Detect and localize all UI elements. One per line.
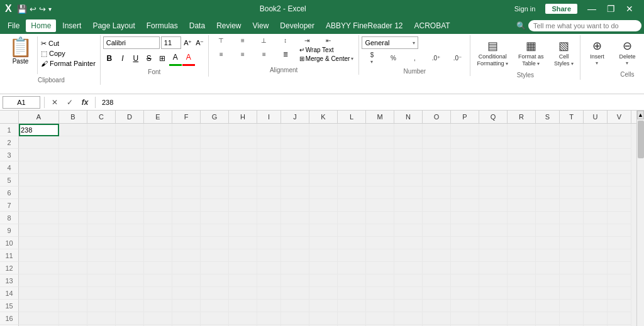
formula-confirm-button[interactable]: ✓: [64, 96, 76, 109]
menu-home[interactable]: Home: [26, 19, 56, 32]
cell-A1[interactable]: 238: [19, 124, 59, 136]
formula-cancel-button[interactable]: ✕: [48, 96, 61, 109]
row-num-12[interactable]: 12: [0, 262, 19, 274]
menu-insert[interactable]: Insert: [57, 19, 86, 32]
paste-button[interactable]: 📋 Paste: [5, 36, 36, 74]
menu-pagelayout[interactable]: Page Layout: [87, 19, 140, 32]
row-num-7[interactable]: 7: [0, 199, 19, 212]
menu-data[interactable]: Data: [184, 19, 210, 32]
cell-H1[interactable]: [229, 124, 257, 136]
row-num-16[interactable]: 16: [0, 312, 19, 325]
col-header-V[interactable]: V: [608, 111, 631, 123]
fill-color-button[interactable]: A: [169, 51, 182, 63]
qa-undo[interactable]: ↩: [30, 4, 36, 14]
cell-S1[interactable]: [536, 124, 560, 136]
cell-reference-box[interactable]: [3, 96, 40, 109]
cell-I1[interactable]: [257, 124, 281, 136]
decrease-indent-button[interactable]: ⇤: [318, 36, 338, 45]
col-header-N[interactable]: N: [394, 111, 423, 123]
col-header-C[interactable]: C: [87, 111, 116, 123]
col-header-L[interactable]: L: [338, 111, 366, 123]
row-num-3[interactable]: 3: [0, 149, 19, 161]
cell-L1[interactable]: [338, 124, 366, 136]
copy-button[interactable]: ⬚ Copy: [39, 49, 97, 58]
align-middle-button[interactable]: ≡: [233, 36, 253, 45]
col-header-H[interactable]: H: [229, 111, 257, 123]
menu-formulas[interactable]: Formulas: [142, 19, 183, 32]
insert-button[interactable]: ⊕ Insert ▾: [583, 36, 611, 68]
align-left-button[interactable]: ≡: [211, 46, 231, 63]
col-header-D[interactable]: D: [116, 111, 144, 123]
comma-button[interactable]: ,: [404, 51, 425, 65]
col-header-R[interactable]: R: [508, 111, 536, 123]
cell-P1[interactable]: [451, 124, 479, 136]
row-num-9[interactable]: 9: [0, 224, 19, 237]
cell-U1[interactable]: [584, 124, 608, 136]
bold-button[interactable]: B: [103, 52, 116, 65]
cell-E1[interactable]: [144, 124, 172, 136]
row-num-8[interactable]: 8: [0, 212, 19, 224]
col-header-F[interactable]: F: [172, 111, 201, 123]
cell-J1[interactable]: [281, 124, 309, 136]
col-header-B[interactable]: B: [59, 111, 87, 123]
row-num-10[interactable]: 10: [0, 237, 19, 249]
scroll-up-button[interactable]: ▲: [637, 111, 644, 119]
cell-F1[interactable]: [172, 124, 201, 136]
menu-review[interactable]: Review: [211, 19, 246, 32]
align-top-button[interactable]: ⊤: [211, 36, 231, 45]
signin-link[interactable]: Sign in: [514, 5, 536, 13]
close-button[interactable]: ✕: [620, 0, 639, 18]
col-header-O[interactable]: O: [423, 111, 451, 123]
cell-D1[interactable]: [116, 124, 144, 136]
increase-indent-button[interactable]: ⇥: [297, 36, 317, 45]
col-header-E[interactable]: E: [144, 111, 172, 123]
insert-function-button[interactable]: fx: [79, 96, 91, 109]
col-header-I[interactable]: I: [257, 111, 281, 123]
cell-V1[interactable]: [608, 124, 631, 136]
minimize-button[interactable]: —: [582, 0, 601, 18]
format-painter-button[interactable]: 🖌 Format Painter: [39, 59, 97, 68]
cell-T1[interactable]: [560, 124, 584, 136]
cell-M1[interactable]: [366, 124, 394, 136]
cell-K1[interactable]: [309, 124, 338, 136]
currency-button[interactable]: $▾: [362, 51, 382, 65]
row-num-13[interactable]: 13: [0, 274, 19, 287]
underline-button[interactable]: U: [130, 52, 142, 65]
cell-R1[interactable]: [508, 124, 536, 136]
font-shrink-button[interactable]: A⁻: [194, 36, 206, 49]
cell-styles-button[interactable]: ▧ Cell Styles ▾: [550, 36, 577, 69]
conditional-formatting-button[interactable]: ▤ Conditional Formatting ▾: [473, 36, 512, 69]
strikethrough-button[interactable]: S: [143, 52, 155, 65]
row-num-14[interactable]: 14: [0, 287, 19, 300]
row-num-6[interactable]: 6: [0, 187, 19, 199]
vertical-scrollbar[interactable]: ▲ ▼: [636, 111, 644, 326]
decrease-decimal-button[interactable]: .0⁻: [447, 51, 467, 65]
align-bottom-button[interactable]: ⊥: [254, 36, 274, 45]
menu-developer[interactable]: Developer: [275, 19, 319, 32]
col-header-K[interactable]: K: [309, 111, 338, 123]
text-direction-button[interactable]: ↕: [275, 36, 296, 45]
row-num-2[interactable]: 2: [0, 136, 19, 149]
borders-button[interactable]: ⊞: [156, 52, 169, 65]
menu-file[interactable]: File: [3, 19, 25, 32]
menu-acrobat[interactable]: ACROBAT: [409, 19, 455, 32]
increase-decimal-button[interactable]: .0⁺: [426, 51, 446, 65]
col-header-A[interactable]: A: [19, 111, 59, 123]
col-header-U[interactable]: U: [584, 111, 608, 123]
col-header-J[interactable]: J: [281, 111, 309, 123]
cell-N1[interactable]: [394, 124, 423, 136]
col-header-M[interactable]: M: [366, 111, 394, 123]
qa-save[interactable]: 💾: [17, 4, 27, 14]
row-num-11[interactable]: 11: [0, 249, 19, 262]
delete-button[interactable]: ⊖ Delete ▾: [613, 36, 641, 68]
share-button[interactable]: Share: [545, 4, 577, 14]
merge-center-button[interactable]: ⊞ Merge & Center ▾: [297, 55, 357, 63]
cell-C1[interactable]: [87, 124, 116, 136]
cut-button[interactable]: ✂ Cut: [39, 39, 97, 48]
formula-input[interactable]: [99, 98, 641, 107]
format-as-table-button[interactable]: ▦ Format as Table ▾: [514, 36, 548, 69]
align-right-button[interactable]: ≡: [254, 46, 274, 63]
number-format-dropdown[interactable]: General ▾: [362, 36, 418, 49]
col-header-G[interactable]: G: [201, 111, 229, 123]
wrap-text-button[interactable]: ↵ Wrap Text: [297, 46, 357, 54]
